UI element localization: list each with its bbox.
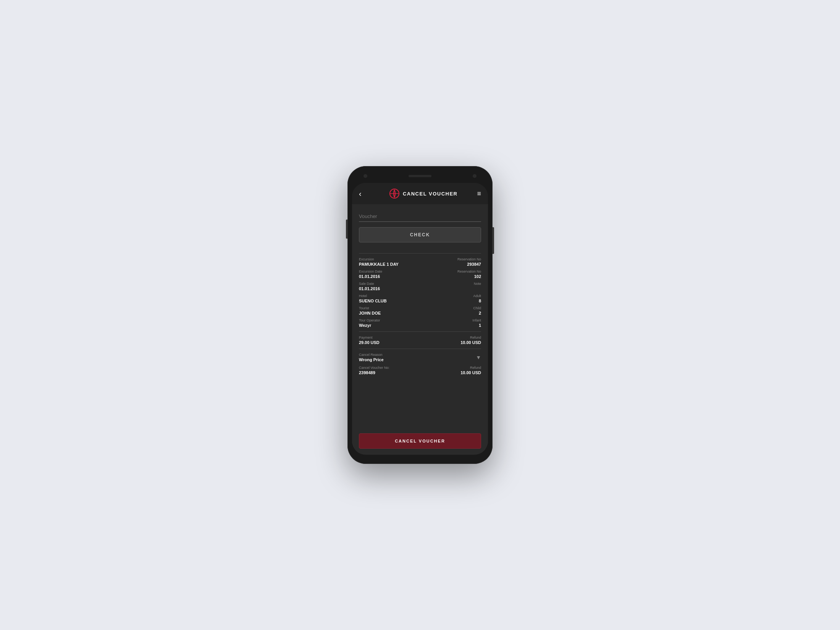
note-col: Note (474, 282, 481, 291)
excursion-date-value: 01.01.2016 (359, 274, 382, 279)
tourist-row: Tourist JOHN DOE Child 2 (359, 306, 481, 315)
speaker (409, 175, 431, 177)
reservation-no2-col: Reservation No 102 (457, 270, 481, 279)
cancel-reason-row: Cancel Reason Wrong Price ▼ (359, 353, 481, 362)
excursion-info: Excursion PAMUKKALE 1 DAY Reservation No… (359, 257, 481, 328)
refund-value: 10.00 USD (460, 340, 481, 345)
app-header: ‹ CANCEL VOUCHER ≡ (352, 183, 488, 204)
excursion-date-label: Excursion Date (359, 270, 382, 273)
refund-col: Refund 10.00 USD (460, 336, 481, 345)
payment-row: Payment 29.00 USD Refund 10.00 USD (359, 336, 481, 345)
check-button[interactable]: CHECK (359, 227, 481, 242)
sale-date-col: Sale Date 01.01.2016 (359, 282, 380, 291)
camera-icon (363, 174, 367, 178)
divider-2 (359, 331, 481, 332)
cancel-reason-label: Cancel Reason (359, 353, 384, 357)
sale-date-row: Sale Date 01.01.2016 Note (359, 282, 481, 291)
bottom-area: CANCEL VOUCHER (352, 429, 488, 455)
cancel-reason-col: Cancel Reason Wrong Price (359, 353, 384, 362)
back-button[interactable]: ‹ (359, 189, 370, 198)
child-value: 2 (473, 311, 481, 315)
excursion-date-row: Excursion Date 01.01.2016 Reservation No… (359, 270, 481, 279)
payment-col: Payment 29.00 USD (359, 336, 380, 345)
cancel-section: Cancel Reason Wrong Price ▼ Cancel Vouch… (359, 353, 481, 375)
cancel-voucher-no-col: Cancel Voucher No: 2398489 (359, 366, 389, 375)
refund-label: Refund (460, 336, 481, 339)
infant-value: 1 (472, 323, 481, 328)
tourist-col: Tourist JOHN DOE (359, 306, 381, 315)
hotel-label: Hotel (359, 294, 387, 298)
adult-label: Adult (473, 294, 481, 298)
app-content: CHECK Excursion PAMUKKALE 1 DAY Reservat… (352, 204, 488, 429)
tourist-label: Tourist (359, 306, 381, 310)
excursion-date-col: Excursion Date 01.01.2016 (359, 270, 382, 279)
cancel-voucher-no-value: 2398489 (359, 370, 389, 375)
excursion-value: PAMUKKALE 1 DAY (359, 262, 399, 267)
payment-value: 29.00 USD (359, 340, 380, 345)
cancel-voucher-button[interactable]: CANCEL VOUCHER (359, 433, 481, 449)
reservation-no-value: 293847 (457, 262, 481, 267)
sale-date-value: 01.01.2016 (359, 286, 380, 291)
sensor-icon (473, 174, 477, 178)
tourist-value: JOHN DOE (359, 311, 381, 315)
excursion-label: Excursion (359, 257, 399, 261)
tour-operator-value: Wezyr (359, 323, 380, 328)
excursion-row: Excursion PAMUKKALE 1 DAY Reservation No… (359, 257, 481, 267)
infant-label: Infant (472, 318, 481, 322)
reservation-no-label: Reservation No (457, 257, 481, 261)
child-label: Child (473, 306, 481, 310)
adult-col: Adult 8 (473, 294, 481, 303)
infant-col: Infant 1 (472, 318, 481, 328)
cancel-refund-value: 10.00 USD (460, 370, 481, 375)
voucher-input-container (359, 211, 481, 222)
tour-operator-label: Tour Operator (359, 318, 380, 322)
hotel-row: Hotel SUENO CLUB Adult 8 (359, 294, 481, 303)
phone-screen: ‹ CANCEL VOUCHER ≡ CHECK (352, 183, 488, 455)
phone-device: ‹ CANCEL VOUCHER ≡ CHECK (347, 166, 493, 464)
voucher-input[interactable] (359, 211, 481, 222)
reservation-no-col: Reservation No 293847 (457, 257, 481, 267)
note-label: Note (474, 282, 481, 286)
header-title: CANCEL VOUCHER (403, 191, 458, 197)
logo-icon (389, 188, 400, 199)
power-button (493, 227, 494, 254)
reservation-no2-label: Reservation No (457, 270, 481, 273)
adult-value: 8 (473, 299, 481, 303)
phone-top-bar (352, 171, 488, 181)
menu-button[interactable]: ≡ (477, 190, 481, 198)
excursion-col: Excursion PAMUKKALE 1 DAY (359, 257, 399, 267)
hotel-col: Hotel SUENO CLUB (359, 294, 387, 303)
cancel-voucher-row: Cancel Voucher No: 2398489 Refund 10.00 … (359, 366, 481, 375)
dropdown-arrow-icon[interactable]: ▼ (476, 354, 481, 360)
tour-operator-col: Tour Operator Wezyr (359, 318, 380, 328)
header-center: CANCEL VOUCHER (389, 188, 458, 199)
cancel-refund-label: Refund (460, 366, 481, 370)
payment-label: Payment (359, 336, 380, 339)
cancel-voucher-no-label: Cancel Voucher No: (359, 366, 389, 370)
sale-date-label: Sale Date (359, 282, 380, 286)
divider-3 (359, 349, 481, 349)
reservation-no2-value: 102 (457, 274, 481, 279)
tour-operator-row: Tour Operator Wezyr Infant 1 (359, 318, 481, 328)
divider-1 (359, 253, 481, 254)
child-col: Child 2 (473, 306, 481, 315)
volume-button (346, 220, 347, 239)
cancel-reason-value: Wrong Price (359, 357, 384, 362)
hotel-value: SUENO CLUB (359, 299, 387, 303)
cancel-refund-col: Refund 10.00 USD (460, 366, 481, 375)
